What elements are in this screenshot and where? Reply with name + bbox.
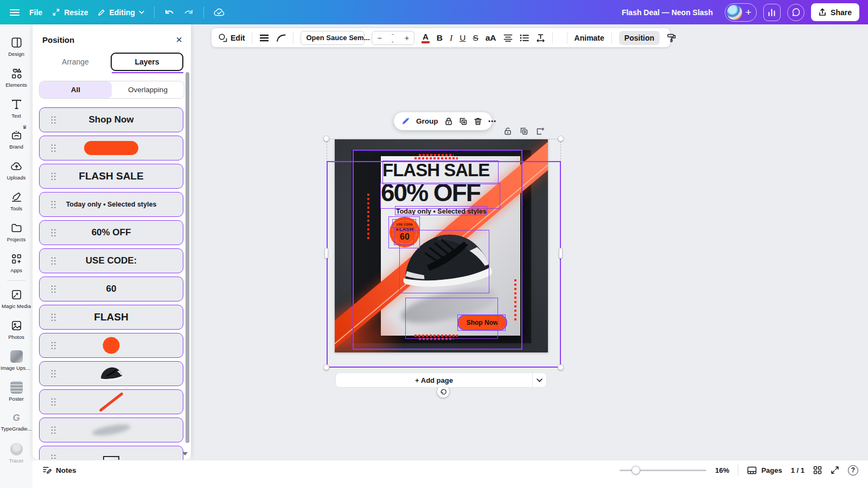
resize-handle-left[interactable] (324, 248, 328, 259)
drag-handle-icon[interactable] (50, 369, 56, 378)
layer-item-use-code[interactable]: USE CODE: (39, 248, 183, 273)
sidebar-item-image-upscaler[interactable]: Image Upsc... (1, 345, 31, 376)
drag-handle-icon[interactable] (50, 256, 56, 265)
sidebar-item-photos[interactable]: Photos (1, 314, 31, 345)
tab-layers[interactable]: Layers (111, 53, 183, 71)
group-button[interactable]: Group (416, 117, 438, 125)
sidebar-item-projects[interactable]: Projects (1, 216, 31, 247)
bold-button[interactable]: B (437, 33, 443, 43)
magic-edit-icon[interactable] (401, 117, 410, 126)
panel-scrollbar[interactable] (186, 72, 189, 443)
drag-handle-icon[interactable] (50, 454, 56, 460)
document-title[interactable]: Flash Deal — Neon Slash (622, 8, 713, 17)
cloud-save-status-button[interactable] (214, 8, 225, 17)
help-button[interactable]: ? (848, 465, 858, 476)
underline-button[interactable]: U (459, 33, 465, 43)
drag-handle-icon[interactable] (50, 285, 56, 293)
layer-item-starburst[interactable] (39, 333, 183, 358)
trash-icon[interactable] (474, 117, 482, 126)
layer-item-60[interactable]: 60 (39, 277, 183, 301)
drag-handle-icon[interactable] (50, 200, 56, 209)
undo-button[interactable] (164, 8, 174, 17)
position-button[interactable]: Position (619, 31, 660, 45)
font-family-select[interactable]: Open Sauce Sem... (301, 31, 365, 45)
sidebar-item-poster[interactable]: Poster (1, 376, 31, 407)
sidebar-item-typegradient[interactable]: G TypeGradie... (1, 407, 31, 438)
font-size-decrease-button[interactable]: − (372, 34, 386, 42)
drag-handle-icon[interactable] (50, 172, 56, 181)
redo-button[interactable] (184, 8, 194, 17)
main-menu-button[interactable] (10, 9, 20, 16)
add-page-after-icon[interactable] (536, 127, 545, 136)
resize-button[interactable]: Resize (52, 8, 88, 17)
list-button[interactable] (520, 34, 529, 42)
add-member-button[interactable]: + (745, 7, 751, 17)
layer-item-flash-sale[interactable]: FLASH SALE (39, 164, 183, 189)
layer-item-today-only[interactable]: Today only • Selected styles (39, 192, 183, 217)
resize-handle-top-right[interactable] (558, 136, 564, 142)
grid-view-button[interactable] (813, 466, 822, 474)
layer-item-shadow[interactable] (39, 418, 183, 442)
sidebar-item-elements[interactable]: Elements (1, 62, 31, 93)
text-color-button[interactable]: A (422, 33, 430, 43)
file-menu-button[interactable]: File (29, 8, 42, 17)
edit-button[interactable]: Edit (218, 33, 245, 42)
filter-all[interactable]: All (40, 81, 112, 98)
add-page-button[interactable]: + Add page (335, 373, 547, 388)
font-size-value[interactable]: -- (387, 30, 400, 46)
unlock-icon[interactable] (503, 127, 512, 136)
add-page-options-button[interactable] (532, 373, 546, 387)
letter-spacing-button[interactable] (536, 34, 545, 42)
drag-handle-icon[interactable] (50, 341, 56, 350)
layer-item-orange-pill[interactable] (39, 136, 183, 160)
resize-handle-bottom-left[interactable] (323, 364, 329, 370)
editing-mode-button[interactable]: Editing (98, 8, 144, 17)
copy-style-button[interactable] (667, 33, 676, 43)
layer-item-sneaker[interactable] (39, 361, 183, 386)
drag-handle-icon[interactable] (50, 313, 56, 322)
comments-button[interactable] (787, 4, 805, 21)
fullscreen-button[interactable] (831, 466, 839, 474)
sidebar-item-uploads[interactable]: Uploads (1, 155, 31, 185)
text-align-button[interactable] (503, 34, 513, 42)
text-case-button[interactable]: aA (486, 33, 496, 43)
duplicate-icon[interactable] (459, 117, 468, 126)
stroke-style-button[interactable] (259, 34, 269, 42)
layer-item-60-off[interactable]: 60% OFF (39, 220, 183, 245)
zoom-slider[interactable] (620, 466, 706, 474)
layer-item-frame[interactable] (39, 446, 183, 460)
tab-arrange[interactable]: Arrange (40, 52, 111, 72)
drag-handle-icon[interactable] (50, 397, 56, 406)
layer-item-flash[interactable]: FLASH (39, 305, 183, 330)
insights-button[interactable] (763, 4, 781, 21)
animate-button[interactable]: Animate (575, 34, 604, 42)
resize-handle-top-left[interactable] (323, 136, 329, 142)
font-size-increase-button[interactable]: + (400, 34, 414, 42)
drag-handle-icon[interactable] (50, 115, 56, 124)
close-icon[interactable]: × (176, 34, 182, 45)
sidebar-item-magic-media[interactable]: Magic Media (1, 283, 31, 314)
pages-button[interactable]: Pages (747, 466, 782, 474)
sidebar-item-apps[interactable]: Apps (1, 247, 31, 278)
resize-handle-right[interactable] (559, 248, 563, 259)
curve-text-button[interactable] (276, 34, 286, 42)
user-avatar[interactable] (727, 5, 742, 20)
drag-handle-icon[interactable] (50, 144, 56, 152)
share-button[interactable]: Share (811, 3, 859, 21)
duplicate-page-icon[interactable] (520, 127, 528, 136)
lock-icon[interactable] (444, 117, 453, 126)
layer-item-diagonal-line[interactable] (39, 389, 183, 414)
sidebar-item-tools[interactable]: Tools (1, 185, 31, 216)
sidebar-item-text[interactable]: Text (1, 93, 31, 124)
layer-item-shop-now[interactable]: Shop Now (39, 107, 183, 132)
zoom-slider-thumb[interactable] (631, 466, 640, 474)
notes-button[interactable]: Notes (42, 466, 76, 474)
drag-handle-icon[interactable] (50, 228, 56, 237)
sidebar-item-tracer[interactable]: Tracer (1, 438, 31, 468)
sidebar-item-design[interactable]: Design (1, 31, 31, 62)
strikethrough-button[interactable]: S (473, 33, 478, 43)
drag-handle-icon[interactable] (50, 426, 56, 434)
filter-overlapping[interactable]: Overlapping (112, 81, 184, 98)
sidebar-item-brand[interactable]: ♛ Brand (1, 124, 31, 155)
italic-button[interactable]: I (450, 33, 452, 43)
